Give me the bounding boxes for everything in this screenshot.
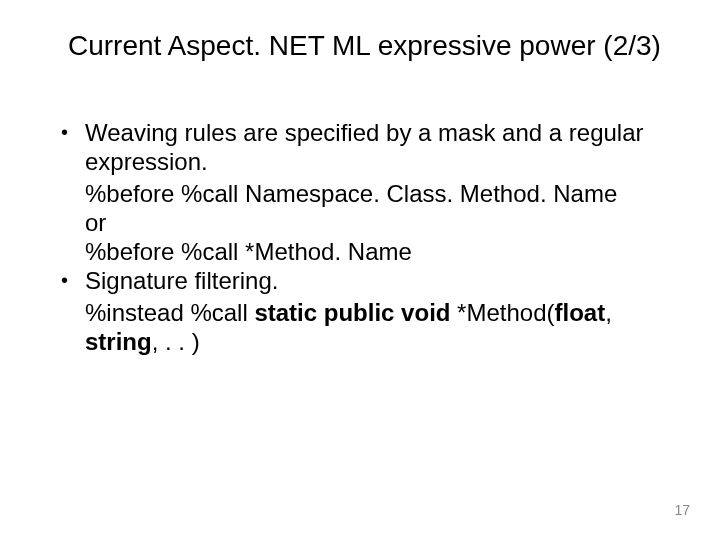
list-item: Weaving rules are specified by a mask an…	[55, 118, 660, 177]
slide-title: Current Aspect. NET ML expressive power …	[68, 30, 700, 62]
text-run: %instead %call	[85, 299, 254, 326]
bold-run: float	[555, 299, 606, 326]
text-run: , . . )	[152, 328, 200, 355]
bullet-continuation: %before %call *Method. Name	[55, 237, 660, 266]
text-run: *Method(	[450, 299, 554, 326]
page-number: 17	[674, 502, 690, 518]
text-run: ,	[605, 299, 612, 326]
bold-run: string	[85, 328, 152, 355]
bullet-continuation: or	[55, 208, 660, 237]
bullet-lead: Weaving rules are specified by a mask an…	[85, 119, 644, 175]
slide-body: Weaving rules are specified by a mask an…	[55, 118, 660, 356]
bullet-list: Weaving rules are specified by a mask an…	[55, 118, 660, 177]
bullet-list: Signature filtering.	[55, 266, 660, 295]
list-item: Signature filtering.	[55, 266, 660, 295]
slide: Current Aspect. NET ML expressive power …	[0, 0, 720, 540]
bullet-continuation: %instead %call static public void *Metho…	[55, 298, 660, 357]
bullet-lead: Signature filtering.	[85, 267, 278, 294]
bullet-continuation: %before %call Namespace. Class. Method. …	[55, 179, 660, 208]
bold-run: static public void	[254, 299, 450, 326]
